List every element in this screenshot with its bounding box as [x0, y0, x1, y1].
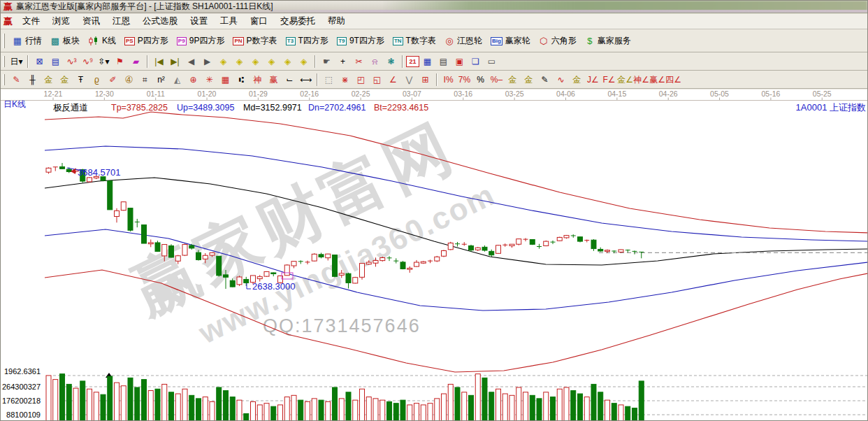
gann-gold-tool[interactable]: 金 [41, 73, 57, 87]
n2-tool[interactable]: n² [153, 73, 169, 87]
first-bar-button[interactable]: |◀ [151, 55, 167, 69]
volume-bar[interactable] [639, 381, 644, 421]
volume-bar[interactable] [189, 395, 194, 421]
volume-bar[interactable] [571, 391, 576, 421]
quotes-button[interactable]: ▦行情 [8, 31, 46, 50]
toolbar-grip[interactable] [3, 74, 5, 86]
volume-bar[interactable] [523, 392, 528, 421]
volume-bar[interactable] [278, 405, 283, 421]
width-measure-tool[interactable]: ⟷ [298, 73, 314, 87]
angle-lines-tool[interactable]: ∠ [385, 73, 401, 87]
volume-bar[interactable] [407, 405, 412, 421]
volume-bar[interactable] [73, 388, 78, 421]
volume-bar[interactable] [584, 397, 589, 421]
menu-item-0[interactable]: 文件 [16, 14, 46, 29]
candle-body[interactable] [530, 240, 535, 245]
volume-bar[interactable] [557, 389, 562, 421]
p-number-button[interactable]: PNP数字表 [229, 31, 281, 50]
gold-lines-tool[interactable]: 金 [521, 73, 537, 87]
volume-bar[interactable] [196, 399, 201, 421]
volume-bar[interactable] [612, 404, 616, 421]
web-doc-icon[interactable]: ❏ [468, 55, 484, 69]
volume-bar[interactable] [373, 399, 378, 421]
notepad-icon[interactable]: ▤ [435, 55, 451, 69]
candle-body[interactable] [469, 245, 474, 250]
circle4-tool[interactable]: ➃ [121, 73, 137, 87]
volume-bar[interactable] [169, 392, 174, 421]
menu-item-3[interactable]: 江恩 [106, 14, 136, 29]
volume-bar[interactable] [462, 392, 467, 421]
rect-select-tool[interactable]: ⬚ [321, 73, 337, 87]
gold-angle-tool[interactable]: 金∠ [617, 73, 633, 87]
candle-body[interactable] [373, 260, 378, 263]
volume-bar[interactable] [598, 392, 603, 421]
volume-bar[interactable] [387, 401, 392, 421]
clamp-tool[interactable]: ⍾ [367, 55, 383, 69]
comb-ruler-tool[interactable]: ⌗ [137, 73, 153, 87]
volume-bar[interactable] [619, 405, 623, 421]
percent-tool[interactable]: % [472, 73, 489, 87]
calendar-icon[interactable]: 21 [406, 56, 419, 67]
candle-body[interactable] [60, 166, 65, 169]
kline-button[interactable]: K线 [84, 31, 120, 50]
candle-body[interactable] [448, 243, 453, 250]
candle-body[interactable] [142, 225, 147, 243]
volume-bar[interactable] [551, 397, 556, 421]
volume-bar[interactable] [428, 404, 433, 421]
m-lines-tool[interactable]: ⑆ [233, 73, 249, 87]
volume-bar[interactable] [509, 395, 514, 421]
candle-body[interactable] [169, 245, 174, 257]
volume-bar[interactable] [60, 374, 65, 421]
brush-tool[interactable]: ✎ [537, 73, 553, 87]
zoom-diamond-left[interactable]: ◈ [215, 55, 231, 69]
volume-bar[interactable] [257, 405, 262, 421]
candle-body[interactable] [414, 262, 419, 266]
winner-service-button[interactable]: $赢家服务 [581, 31, 635, 50]
volume-bar[interactable] [339, 399, 344, 421]
period-selector[interactable]: 日▾ [8, 55, 24, 69]
candle-style-selector[interactable]: ⇳▾ [96, 55, 112, 69]
gann-gold2-tool[interactable]: 金 [57, 73, 73, 87]
volume-bar[interactable] [516, 387, 521, 421]
volume-bar[interactable] [121, 386, 126, 421]
volume-bar[interactable] [625, 406, 630, 421]
gold-fan-tool[interactable]: 金 [569, 73, 585, 87]
zoom-diamond-h[interactable]: ◈ [247, 55, 263, 69]
candle-body[interactable] [475, 248, 480, 250]
p9-square-button[interactable]: P99P四方形 [173, 31, 229, 50]
volume-bar[interactable] [380, 400, 385, 421]
color-bars-icon[interactable]: ▰ [128, 55, 144, 69]
volume-bar[interactable] [94, 392, 99, 421]
print-icon[interactable]: ▭ [484, 55, 500, 69]
volume-bar[interactable] [264, 404, 269, 421]
f-angle-tool[interactable]: F∠ [601, 73, 617, 87]
volume-bar[interactable] [230, 397, 235, 421]
toolbar-grip[interactable] [3, 34, 5, 49]
winner-wheel-button[interactable]: Big赢家轮 [486, 31, 535, 50]
menu-item-2[interactable]: 资讯 [76, 14, 106, 29]
volume-bar[interactable] [496, 389, 501, 421]
candle-body[interactable] [244, 279, 249, 283]
brain-tool[interactable]: ❃ [383, 55, 399, 69]
volume-bar[interactable] [217, 387, 222, 421]
percent-ruler-tool[interactable]: Ⅰ% [440, 73, 456, 87]
volume-bar[interactable] [244, 413, 249, 421]
volume-bar[interactable] [312, 399, 317, 421]
ying-tool[interactable]: 赢 [266, 73, 282, 87]
volume-bar[interactable] [393, 404, 398, 421]
candle-body[interactable] [605, 250, 610, 252]
ruler123-tool[interactable]: ⌙ [282, 73, 298, 87]
candle-body[interactable] [155, 243, 160, 252]
candle-body[interactable] [87, 178, 92, 182]
candle-body[interactable] [360, 264, 365, 278]
p-square-button[interactable]: PSP四方形 [120, 31, 173, 50]
crosshair-circle-tool[interactable]: ⊕ [185, 73, 201, 87]
volume-bar[interactable] [448, 384, 453, 421]
t-square-button[interactable]: T3T四方形 [282, 31, 333, 50]
menu-item-9[interactable]: 帮助 [321, 14, 352, 29]
candle-body[interactable] [224, 275, 229, 277]
volume-bar[interactable] [360, 389, 365, 421]
volume-bar[interactable] [455, 387, 460, 421]
seven-percent-tool[interactable]: 7% [456, 73, 472, 87]
candle-body[interactable] [291, 262, 296, 266]
